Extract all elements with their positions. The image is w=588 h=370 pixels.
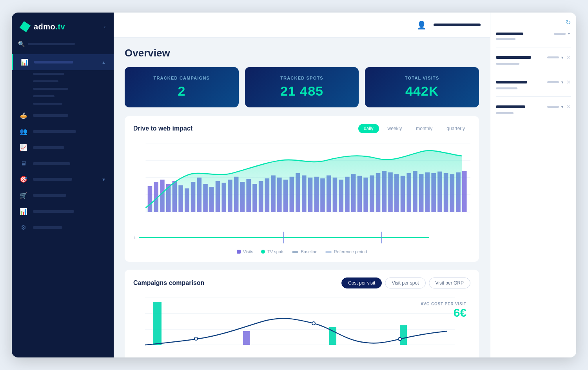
- sidebar-item-tracking[interactable]: 🎯 ▼: [12, 171, 114, 187]
- filter-dropdown[interactable]: ▼: [547, 105, 564, 109]
- sidebar-chevron-icon[interactable]: ‹: [104, 24, 106, 30]
- legend-label-ref: Reference period: [334, 249, 367, 254]
- filter-row: ▼ ✕: [496, 54, 571, 60]
- legend-label-baseline: Baseline: [301, 249, 317, 254]
- panel-refresh: ↻: [496, 19, 571, 26]
- stat-card-visits: TOTAL VISITS 442K: [365, 67, 479, 107]
- svg-rect-66: [400, 325, 407, 345]
- close-icon[interactable]: ✕: [566, 104, 571, 110]
- close-icon[interactable]: ✕: [566, 79, 571, 85]
- search-bar-placeholder: [28, 43, 75, 45]
- chart-tabs: daily weekly monthly quarterly: [358, 124, 470, 133]
- stat-card-campaigns: TRACKED CAMPAIGNS 2: [125, 67, 239, 107]
- stat-value-visits: 442K: [405, 83, 439, 99]
- sidebar-item-settings[interactable]: ⚙: [12, 219, 114, 236]
- sidebar-item-monitor[interactable]: 🖥: [12, 156, 114, 171]
- nav-sub-item[interactable]: [33, 85, 114, 92]
- nav-label: [33, 226, 62, 229]
- stat-label-visits: TOTAL VISITS: [405, 76, 439, 80]
- tab-visit-per-spot[interactable]: Visit per spot: [385, 278, 425, 288]
- drive-to-web-section: Drive to web impact daily weekly monthly…: [125, 116, 479, 262]
- tracking-icon: 🎯: [20, 176, 27, 183]
- tab-weekly[interactable]: weekly: [382, 124, 408, 133]
- sidebar-nav: 📊 ▲: [12, 54, 114, 357]
- svg-rect-63: [153, 302, 162, 345]
- tab-visit-per-grp[interactable]: Visit per GRP: [429, 278, 470, 288]
- logo-icon: [20, 21, 31, 32]
- nav-label: [33, 210, 74, 213]
- legend-baseline: Baseline: [292, 249, 317, 254]
- svg-rect-64: [243, 331, 250, 345]
- svg-point-68: [312, 322, 315, 325]
- tab-daily[interactable]: daily: [358, 124, 379, 133]
- legend-dot-ref: [325, 251, 332, 253]
- sidebar-search[interactable]: 🔍: [18, 41, 107, 47]
- app-container: admo.tv ‹ 🔍 📊 ▲: [12, 13, 576, 357]
- stat-cards: TRACKED CAMPAIGNS 2 TRACKED SPOTS 21 485…: [125, 67, 479, 107]
- sidebar-logo: admo.tv ‹: [12, 13, 114, 41]
- comparison-chart-area: AVG COST PER VISIT 6€: [133, 294, 470, 353]
- monitor-icon: 🖥: [20, 160, 27, 167]
- analytics-icon: 🥧: [20, 112, 27, 119]
- insights-icon: 📊: [20, 208, 27, 215]
- username-bar: [434, 24, 481, 26]
- nav-chevron-icon: ▼: [102, 177, 106, 182]
- tab-cost-per-visit[interactable]: Cost per visit: [341, 278, 382, 288]
- filter-group-3: ▼ ✕: [496, 79, 571, 97]
- sidebar-item-campaigns[interactable]: 🛒: [12, 187, 114, 203]
- sub-label: [33, 88, 68, 90]
- filter-dropdown-bar: [547, 106, 559, 108]
- nav-sub-group: [12, 70, 114, 107]
- stat-label-spots: TRACKED SPOTS: [280, 76, 323, 80]
- legend-dot-baseline: [292, 251, 298, 253]
- tab-quarterly[interactable]: quarterly: [441, 124, 470, 133]
- legend-dot-spots: [261, 250, 265, 254]
- comparison-title: Campaigns comparison: [133, 279, 341, 287]
- comparison-header: Campaigns comparison Cost per visit Visi…: [133, 278, 470, 288]
- nav-label: [33, 162, 70, 165]
- filter-group-2: ▼ ✕: [496, 54, 571, 72]
- sidebar-item-insights[interactable]: 📊: [12, 203, 114, 219]
- filter-chevron-icon: ▼: [561, 80, 564, 84]
- bar-line-chart: [133, 139, 470, 225]
- filter-row: ▼ ✕: [496, 79, 571, 85]
- sub-label: [33, 80, 58, 82]
- sub-label: [33, 103, 62, 105]
- tab-monthly[interactable]: monthly: [410, 124, 438, 133]
- svg-rect-56: [462, 171, 467, 212]
- sidebar-item-analytics[interactable]: 🥧: [12, 107, 114, 123]
- refresh-icon[interactable]: ↻: [566, 19, 571, 26]
- filter-name-bar: [496, 56, 531, 59]
- sidebar-item-audience[interactable]: 👥: [12, 123, 114, 140]
- page-title: Overview: [125, 47, 479, 59]
- main-chart-area: [133, 139, 470, 225]
- mini-trend-chart: [139, 230, 429, 245]
- stat-value-campaigns: 2: [178, 83, 185, 99]
- stat-value-spots: 21 485: [280, 83, 323, 99]
- nav-sub-item[interactable]: [33, 100, 114, 107]
- nav-sub-item[interactable]: [33, 78, 114, 85]
- avg-cost-value: 6€: [421, 306, 466, 319]
- filter-dropdown[interactable]: ▼: [554, 32, 571, 36]
- sidebar-item-dashboard[interactable]: 📊 ▲: [12, 54, 114, 70]
- campaigns-icon: 🛒: [20, 192, 27, 199]
- filter-dropdown[interactable]: ▼: [547, 56, 564, 60]
- sidebar-item-reports[interactable]: 📈: [12, 140, 114, 156]
- nav-label: [33, 130, 76, 133]
- stat-card-spots: TRACKED SPOTS 21 485: [245, 67, 359, 107]
- reports-icon: 📈: [20, 144, 27, 151]
- filter-group-1: ▼: [496, 32, 571, 47]
- nav-sub-item[interactable]: [33, 92, 114, 100]
- sidebar: admo.tv ‹ 🔍 📊 ▲: [12, 13, 114, 357]
- search-icon[interactable]: 🔍: [18, 41, 25, 47]
- nav-sub-item[interactable]: [33, 70, 114, 78]
- nav-label: [33, 114, 68, 117]
- close-icon[interactable]: ✕: [566, 54, 571, 60]
- legend-visits: Visits: [237, 249, 253, 254]
- campaigns-comparison-section: Campaigns comparison Cost per visit Visi…: [125, 270, 479, 357]
- page-content: Overview TRACKED CAMPAIGNS 2 TRACKED SPO…: [114, 38, 490, 357]
- main-content: 👤 Overview TRACKED CAMPAIGNS 2 TRACKED S…: [114, 13, 490, 357]
- settings-icon: ⚙: [20, 224, 27, 231]
- filter-dropdown[interactable]: ▼: [547, 80, 564, 84]
- chart-header: Drive to web impact daily weekly monthly…: [133, 124, 470, 133]
